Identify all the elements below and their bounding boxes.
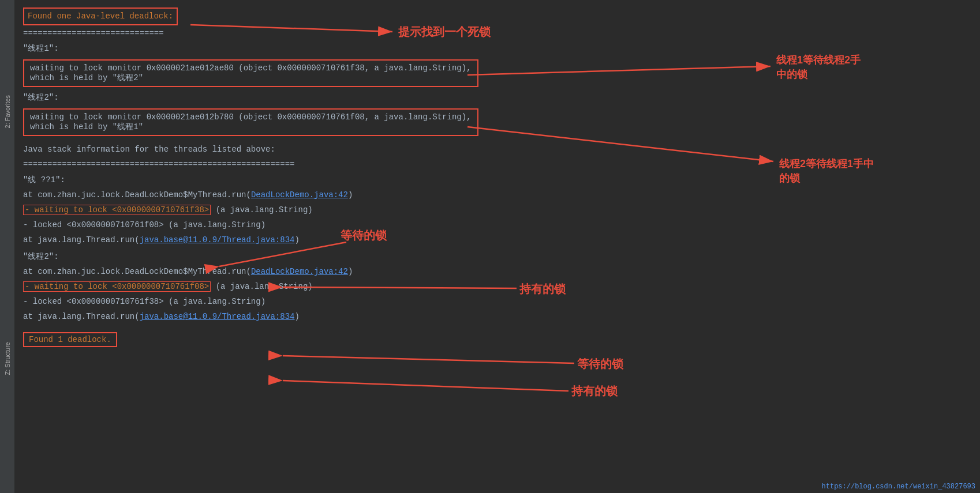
deadlock-link-2[interactable]: DeadLockDemo.java:42 (251, 267, 348, 276)
waiting-line-1: - waiting to lock <0x0000000710761f38> (… (23, 204, 971, 217)
separator-1: ============================= (23, 27, 971, 40)
svg-line-17 (283, 381, 568, 391)
thread1-box-line2: which is held by "线程2" (30, 73, 472, 83)
thread1-label: "线程1": (23, 42, 971, 55)
thread2-box-line2: which is held by "线程1" (30, 122, 472, 132)
at-line-1: at com.zhan.juc.lock.DeadLockDemo$MyThre… (23, 189, 971, 202)
locked-line-2: - locked <0x0000000710761f38> (a java.la… (23, 295, 971, 308)
url-display: https://blog.csdn.net/weixin_43827693 (817, 480, 980, 493)
at-line-3: at com.zhan.juc.lock.DeadLockDemo$MyThre… (23, 265, 971, 279)
thread1-box-line1: waiting to lock monitor 0x0000021ae012ae… (30, 63, 472, 73)
thread2-stack-label: "线程2": (23, 250, 971, 264)
thread1-box: waiting to lock monitor 0x0000021ae012ae… (23, 59, 478, 87)
deadlock-link-1[interactable]: DeadLockDemo.java:42 (251, 190, 348, 200)
thread-link-1[interactable]: java.base@11.0.9/Thread.java:834 (140, 235, 295, 244)
locked-line-1: - locked <0x0000000710761f08> (a java.la… (23, 219, 971, 232)
thread2-box: waiting to lock monitor 0x0000021ae012b7… (23, 108, 478, 136)
thread2-label: "线程2": (23, 91, 971, 104)
deadlock-header: Found one Java-level deadlock: (23, 7, 178, 25)
sidebar-item-favorites[interactable]: 2: Favorites (4, 95, 11, 128)
stack-info-text: Java stack information for the threads l… (23, 145, 275, 154)
thread-q1-label: "线 ??1": (23, 174, 971, 187)
found-deadlock-text: Found 1 deadlock. (23, 332, 117, 347)
at-line-2: at java.lang.Thread.run(java.base@11.0.9… (23, 234, 971, 247)
found-deadlock-section: Found 1 deadlock. (23, 332, 971, 347)
thread-link-2[interactable]: java.base@11.0.9/Thread.java:834 (140, 312, 295, 321)
at-line-4: at java.lang.Thread.run(java.base@11.0.9… (23, 310, 971, 323)
svg-text:持有的锁: 持有的锁 (571, 385, 618, 397)
sidebar-item-structure[interactable]: Z: Structure (4, 342, 11, 375)
waiting-line-2: - waiting to lock <0x0000000710761f08> (… (23, 280, 971, 293)
svg-text:等待的锁: 等待的锁 (577, 357, 624, 370)
svg-line-15 (283, 356, 574, 363)
thread2-box-line1: waiting to lock monitor 0x0000021ae012b7… (30, 112, 472, 122)
separator-2: ========================================… (23, 158, 971, 171)
